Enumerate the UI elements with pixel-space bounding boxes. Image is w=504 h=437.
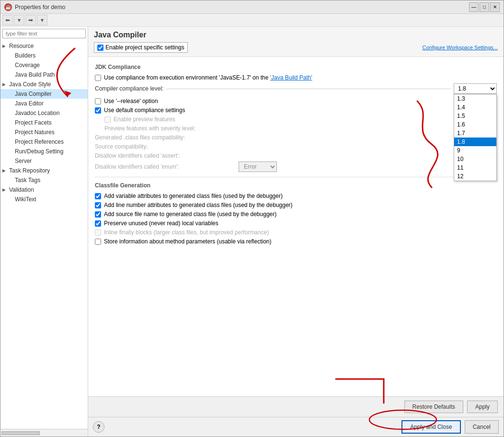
classfile-checkbox-1[interactable] bbox=[95, 193, 101, 199]
sidebar-item-java-compiler[interactable]: Java Compiler bbox=[0, 89, 88, 99]
sidebar-item-java-editor[interactable]: Java Editor bbox=[0, 99, 88, 108]
close-button[interactable]: ✕ bbox=[490, 2, 500, 12]
classfile-checkbox-6[interactable] bbox=[95, 239, 101, 245]
arrow-icon: ▶ bbox=[2, 187, 7, 192]
sidebar: ▶ Resource Builders Coverage Java Build … bbox=[0, 27, 88, 437]
sidebar-item-label: Java Build Path bbox=[15, 71, 55, 78]
source-compat-label: Source compatibility: bbox=[95, 143, 239, 150]
classfile-label-1: Add variable attributes to generated cla… bbox=[104, 193, 283, 199]
sidebar-item-project-natures[interactable]: Project Natures bbox=[0, 127, 88, 137]
apply-and-close-button[interactable]: Apply and Close bbox=[401, 420, 460, 434]
generated-class-label: Generated .class files compatibility: bbox=[95, 134, 239, 141]
compliance-dropdown-wrapper: 1.3 1.4 1.5 1.6 1.7 1.8 9 10 11 12 bbox=[454, 83, 497, 94]
apply-button[interactable]: Apply bbox=[467, 401, 498, 413]
option-1-4[interactable]: 1.4 bbox=[454, 103, 496, 112]
enable-project-settings-checkbox[interactable] bbox=[97, 45, 103, 51]
content-header: Java Compiler Enable project specific se… bbox=[88, 27, 504, 57]
cancel-button[interactable]: Cancel bbox=[465, 420, 499, 434]
option-1-7[interactable]: 1.7 bbox=[454, 129, 496, 138]
title-bar: ☕ Properties for demo — □ ✕ bbox=[0, 0, 504, 14]
window-title: Properties for demo bbox=[15, 4, 65, 11]
properties-window: ☕ Properties for demo — □ ✕ ⬅ ▾ ➡ ▾ ▶ Re… bbox=[0, 0, 504, 437]
classfile-checkbox-3[interactable] bbox=[95, 211, 101, 218]
bottom-right-buttons: Apply and Close Cancel bbox=[401, 420, 499, 434]
maximize-button[interactable]: □ bbox=[480, 2, 489, 12]
sidebar-item-label: Project References bbox=[15, 138, 64, 145]
use-release-label: Use '--release' option bbox=[104, 98, 158, 104]
restore-defaults-button[interactable]: Restore Defaults bbox=[404, 401, 463, 413]
sidebar-scrollbar[interactable] bbox=[0, 429, 88, 437]
sidebar-tree: ▶ Resource Builders Coverage Java Build … bbox=[0, 40, 88, 429]
sidebar-item-run-debug[interactable]: Run/Debug Setting bbox=[0, 147, 88, 156]
error-dropdown[interactable]: Error Warning Ignore bbox=[239, 161, 277, 172]
classfile-label-2: Add line number attributes to generated … bbox=[104, 202, 293, 208]
option-12[interactable]: 12 bbox=[454, 172, 496, 181]
enable-preview-checkbox[interactable] bbox=[104, 116, 111, 123]
error-dropdown-wrapper: Error Warning Ignore bbox=[239, 161, 277, 172]
compliance-dropdown-list: 1.3 1.4 1.5 1.6 1.7 1.8 9 10 11 12 bbox=[454, 94, 497, 181]
back-button[interactable]: ⬅ bbox=[2, 15, 13, 25]
classfile-check-3: Add source file name to generated class … bbox=[95, 211, 497, 218]
main-content: ▶ Resource Builders Coverage Java Build … bbox=[0, 27, 504, 437]
sidebar-item-wikitext[interactable]: WikiText bbox=[0, 195, 88, 204]
classfile-label-6: Store information about method parameter… bbox=[104, 238, 272, 245]
help-button[interactable]: ? bbox=[93, 421, 104, 433]
sidebar-item-validation[interactable]: ▶ Validation bbox=[0, 185, 88, 195]
sidebar-item-server[interactable]: Server bbox=[0, 156, 88, 166]
sidebar-item-builders[interactable]: Builders bbox=[0, 51, 88, 60]
compiler-compliance-label: Compiler compliance level: bbox=[95, 85, 163, 92]
classfile-checkbox-5[interactable] bbox=[95, 230, 101, 236]
sidebar-item-label: Java Editor bbox=[15, 100, 44, 107]
classfile-label-4: Preserve unused (never read) local varia… bbox=[104, 220, 218, 227]
use-default-checkbox[interactable] bbox=[95, 107, 101, 114]
sidebar-item-java-code-style[interactable]: ▶ Java Code Style bbox=[0, 80, 88, 89]
sidebar-item-resource[interactable]: ▶ Resource bbox=[0, 41, 88, 51]
sidebar-item-project-references[interactable]: Project References bbox=[0, 137, 88, 147]
divider bbox=[95, 177, 497, 177]
filter-input[interactable] bbox=[2, 29, 86, 38]
classfile-check-4: Preserve unused (never read) local varia… bbox=[95, 220, 497, 227]
classfile-checkbox-4[interactable] bbox=[95, 220, 101, 227]
preview-severity-row: Preview features with severity level: bbox=[104, 125, 497, 132]
sidebar-item-task-repository[interactable]: ▶ Task Repository bbox=[0, 166, 88, 175]
option-10[interactable]: 10 bbox=[454, 155, 496, 163]
use-release-checkbox[interactable] bbox=[95, 98, 101, 104]
classfile-checkbox-2[interactable] bbox=[95, 202, 101, 208]
forward-button[interactable]: ➡ bbox=[25, 15, 36, 25]
disallow-assert-row: Disallow identifiers called 'assert': bbox=[95, 152, 497, 159]
sidebar-item-label: Run/Debug Setting bbox=[15, 148, 63, 155]
sidebar-item-label: Java Compiler bbox=[15, 91, 52, 97]
sidebar-item-label: Project Natures bbox=[15, 129, 55, 136]
use-compliance-row: Use compliance from execution environmen… bbox=[95, 74, 497, 81]
arrow-icon: ▶ bbox=[2, 82, 7, 87]
header-toolbar-row: Enable project specific settings Configu… bbox=[94, 42, 498, 53]
compliance-dropdown[interactable]: 1.3 1.4 1.5 1.6 1.7 1.8 9 10 11 12 bbox=[454, 83, 497, 94]
page-title: Java Compiler bbox=[94, 31, 498, 39]
configure-workspace-link[interactable]: Configure Workspace Settings... bbox=[422, 45, 498, 50]
sidebar-item-label: Task Repository bbox=[9, 167, 50, 174]
java-build-path-link[interactable]: 'Java Build Path' bbox=[270, 74, 312, 81]
sidebar-item-task-tags[interactable]: Task Tags bbox=[0, 175, 88, 185]
option-1-3[interactable]: 1.3 bbox=[454, 94, 496, 103]
sidebar-item-javadoc-location[interactable]: Javadoc Location bbox=[0, 108, 88, 118]
option-1-6[interactable]: 1.6 bbox=[454, 120, 496, 129]
source-compat-row: Source compatibility: bbox=[95, 143, 497, 150]
sidebar-item-project-facets[interactable]: Project Facets bbox=[0, 118, 88, 127]
content-area: Java Compiler Enable project specific se… bbox=[88, 27, 504, 437]
back-dropdown-button[interactable]: ▾ bbox=[14, 15, 24, 25]
forward-dropdown-button[interactable]: ▾ bbox=[37, 15, 47, 25]
arrow-icon: ▶ bbox=[2, 44, 7, 48]
minimize-button[interactable]: — bbox=[469, 2, 479, 12]
preview-severity-label: Preview features with severity level: bbox=[104, 125, 195, 132]
sidebar-item-java-build-path[interactable]: Java Build Path bbox=[0, 70, 88, 80]
classfile-check-5: Inline finally blocks (larger class file… bbox=[95, 229, 497, 236]
sidebar-item-coverage[interactable]: Coverage bbox=[0, 60, 88, 70]
option-1-5[interactable]: 1.5 bbox=[454, 112, 496, 120]
option-1-8[interactable]: 1.8 bbox=[454, 138, 496, 146]
enable-project-settings-label: Enable project specific settings bbox=[105, 44, 184, 51]
option-11[interactable]: 11 bbox=[454, 163, 496, 172]
use-compliance-checkbox[interactable] bbox=[95, 75, 101, 81]
option-9[interactable]: 9 bbox=[454, 146, 496, 155]
app-icon: ☕ bbox=[4, 3, 12, 11]
sidebar-item-label: WikiText bbox=[15, 196, 36, 203]
